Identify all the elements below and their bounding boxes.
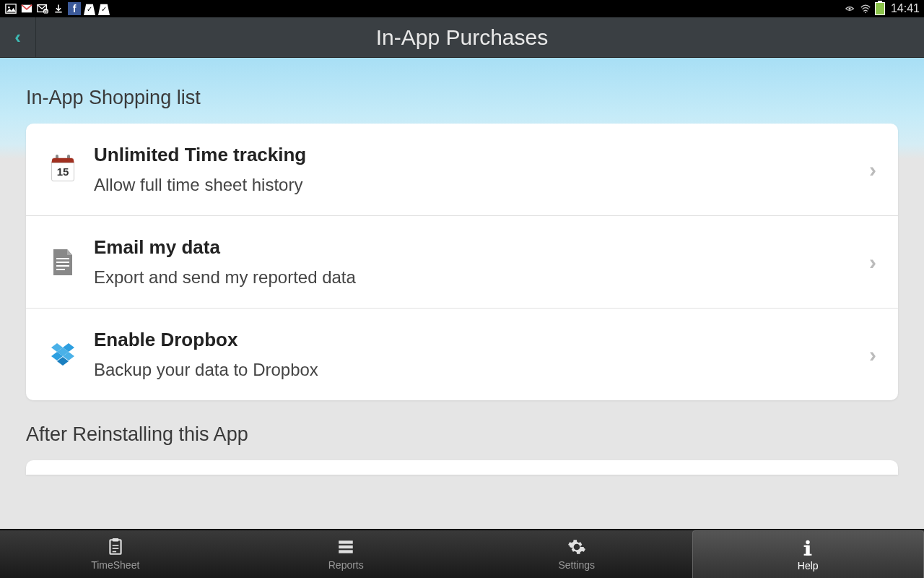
nav-label: Settings <box>558 559 595 571</box>
gmail-icon <box>20 2 33 15</box>
status-left-icons: @ f ✓ ✓ <box>4 2 110 15</box>
svg-rect-9 <box>56 262 69 263</box>
item-email-my-data[interactable]: Email my data Export and send my reporte… <box>26 216 898 309</box>
shopping-card: 15 Unlimited Time tracking Allow full ti… <box>26 124 898 400</box>
item-title: Email my data <box>94 236 853 259</box>
svg-rect-10 <box>56 265 69 267</box>
svg-rect-18 <box>339 545 354 548</box>
svg-point-1 <box>8 7 10 9</box>
reinstall-card <box>26 460 898 475</box>
svg-text:@: @ <box>44 9 48 14</box>
item-title: Unlimited Time tracking <box>94 144 853 166</box>
content-area: In-App Shopping list 15 Unlimited Time t… <box>0 58 924 529</box>
nav-reports[interactable]: Reports <box>231 530 462 578</box>
chevron-right-icon: › <box>869 342 876 367</box>
svg-rect-17 <box>339 540 354 543</box>
settings-gear-icon <box>567 538 586 556</box>
section-header-reinstall: After Reinstalling this App <box>26 423 898 446</box>
item-unlimited-time-tracking[interactable]: 15 Unlimited Time tracking Allow full ti… <box>26 124 898 216</box>
shop-icon: ✓ <box>84 2 95 15</box>
svg-rect-19 <box>339 550 354 553</box>
shop-icon-2: ✓ <box>98 2 110 15</box>
bottom-nav: TimeSheet Reports Settings Help <box>0 529 924 578</box>
page-title: In-App Purchases <box>376 25 548 50</box>
svg-rect-22 <box>804 553 812 555</box>
image-icon <box>4 2 17 15</box>
mail-notification-icon: @ <box>36 2 49 15</box>
nav-label: Help <box>798 560 819 571</box>
nav-settings[interactable]: Settings <box>461 530 692 578</box>
svg-rect-13 <box>112 538 118 541</box>
back-button[interactable]: ‹ <box>0 17 36 57</box>
item-subtitle: Export and send my reported data <box>94 267 853 288</box>
item-subtitle: Allow full time sheet history <box>94 175 853 195</box>
svg-rect-8 <box>56 258 69 259</box>
svg-rect-23 <box>804 545 808 546</box>
nav-label: Reports <box>328 559 364 571</box>
status-time: 14:41 <box>891 2 920 15</box>
download-icon <box>52 2 65 15</box>
chevron-right-icon: › <box>869 250 876 275</box>
facebook-icon: f <box>68 2 81 15</box>
status-bar: @ f ✓ ✓ 14:41 <box>0 0 924 17</box>
svg-rect-11 <box>56 269 65 270</box>
item-subtitle: Backup your data to Dropbox <box>94 360 853 380</box>
wifi-icon <box>859 2 872 15</box>
nav-timesheet[interactable]: TimeSheet <box>0 530 231 578</box>
svg-point-6 <box>848 7 850 9</box>
chevron-left-icon: ‹ <box>14 26 21 48</box>
dropbox-icon <box>48 340 78 370</box>
app-header: ‹ In-App Purchases <box>0 17 924 58</box>
chevron-right-icon: › <box>869 158 876 182</box>
item-title: Enable Dropbox <box>94 329 853 351</box>
info-icon <box>798 538 817 557</box>
status-right-icons: 14:41 <box>843 2 920 15</box>
reports-icon <box>336 538 355 556</box>
eye-icon <box>843 2 856 15</box>
nav-label: TimeSheet <box>91 559 139 571</box>
nav-help[interactable]: Help <box>692 530 925 578</box>
section-header-shopping: In-App Shopping list <box>26 87 898 109</box>
document-icon <box>48 247 78 277</box>
item-enable-dropbox[interactable]: Enable Dropbox Backup your data to Dropb… <box>26 309 898 400</box>
calendar-icon: 15 <box>48 155 78 185</box>
timesheet-icon <box>106 538 125 556</box>
battery-icon <box>875 2 885 15</box>
svg-point-20 <box>806 540 810 543</box>
svg-point-7 <box>865 12 866 13</box>
